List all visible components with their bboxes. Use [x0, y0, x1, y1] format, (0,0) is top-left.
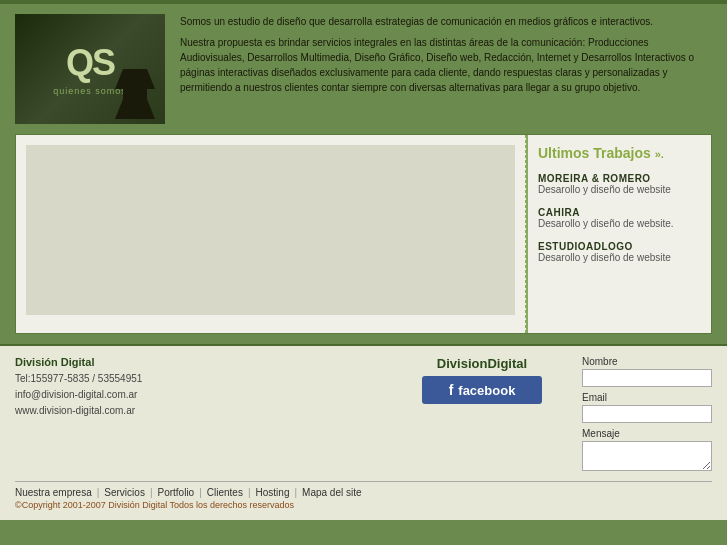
trabajo-desc-1: Desarollo y diseño de website — [538, 184, 701, 195]
social-label: DivisionDigital — [402, 356, 562, 371]
trabajo-name-1: MOREIRA & ROMERO — [538, 173, 701, 184]
content-area — [26, 145, 515, 315]
trabajos-title: Ultimos Trabajos ». — [538, 145, 701, 161]
main-wrapper: QS quienes somos Somos un estudio de dis… — [0, 4, 727, 344]
nav-hosting[interactable]: Hosting — [256, 487, 290, 498]
footer-form: Nombre Email Mensaje — [582, 356, 712, 473]
trabajo-item-3: ESTUDIOADLOGO Desarollo y diseño de webs… — [538, 241, 701, 263]
name-label: Nombre — [582, 356, 712, 367]
trabajo-name-2: CAHIRA — [538, 207, 701, 218]
footer-facebook-section: DivisionDigital f facebook — [402, 356, 562, 473]
trabajo-item-1: MOREIRA & ROMERO Desarollo y diseño de w… — [538, 173, 701, 195]
qs-description: Somos un estudio de diseño que desarroll… — [180, 14, 712, 124]
content-row: Ultimos Trabajos ». MOREIRA & ROMERO Des… — [15, 134, 712, 334]
message-label: Mensaje — [582, 428, 712, 439]
copyright: ©Copyright 2001-2007 División Digital To… — [15, 500, 712, 510]
phone-line: Tel:155977-5835 / 53554951 — [15, 371, 382, 387]
trabajo-desc-2: Desarollo y diseño de website. — [538, 218, 701, 229]
trabajo-desc-3: Desarollo y diseño de website — [538, 252, 701, 263]
trabajos-title-static: Ultimos — [538, 145, 593, 161]
footer-top: División Digital Tel:155977-5835 / 53554… — [15, 356, 712, 473]
trabajo-name-3: ESTUDIOADLOGO — [538, 241, 701, 252]
qs-para1: Somos un estudio de diseño que desarroll… — [180, 14, 712, 29]
trabajo-item-2: CAHIRA Desarollo y diseño de website. — [538, 207, 701, 229]
nav-nuestra-empresa[interactable]: Nuestra empresa — [15, 487, 92, 498]
qs-para2: Nuestra propuesta es brindar servicios i… — [180, 35, 712, 95]
nav-clientes[interactable]: Clientes — [207, 487, 243, 498]
email-label: Email — [582, 392, 712, 403]
email-input[interactable] — [582, 405, 712, 423]
quienes-somos-section: QS quienes somos Somos un estudio de dis… — [15, 14, 712, 124]
nav-mapa[interactable]: Mapa del site — [302, 487, 361, 498]
facebook-button[interactable]: f facebook — [422, 376, 542, 404]
message-input[interactable] — [582, 441, 712, 471]
footer-nav: Nuestra empresa | Servicios | Portfolio … — [15, 481, 712, 498]
qs-logo: QS — [66, 42, 114, 84]
email-line[interactable]: info@division-digital.com.ar — [15, 387, 382, 403]
content-left — [16, 135, 526, 333]
nav-portfolio[interactable]: Portfolio — [158, 487, 195, 498]
trabajos-title-accent: Trabajos — [593, 145, 651, 161]
facebook-label: facebook — [458, 383, 515, 398]
qs-image: QS quienes somos — [15, 14, 165, 124]
trabajos-panel: Ultimos Trabajos ». MOREIRA & ROMERO Des… — [526, 135, 711, 333]
facebook-f-icon: f — [449, 382, 454, 398]
website-line[interactable]: www.division-digital.com.ar — [15, 403, 382, 419]
trabajos-title-dots: ». — [655, 148, 664, 160]
nav-servicios[interactable]: Servicios — [104, 487, 145, 498]
footer: División Digital Tel:155977-5835 / 53554… — [0, 344, 727, 520]
company-name: División Digital — [15, 356, 382, 368]
name-input[interactable] — [582, 369, 712, 387]
footer-contact: División Digital Tel:155977-5835 / 53554… — [15, 356, 382, 473]
